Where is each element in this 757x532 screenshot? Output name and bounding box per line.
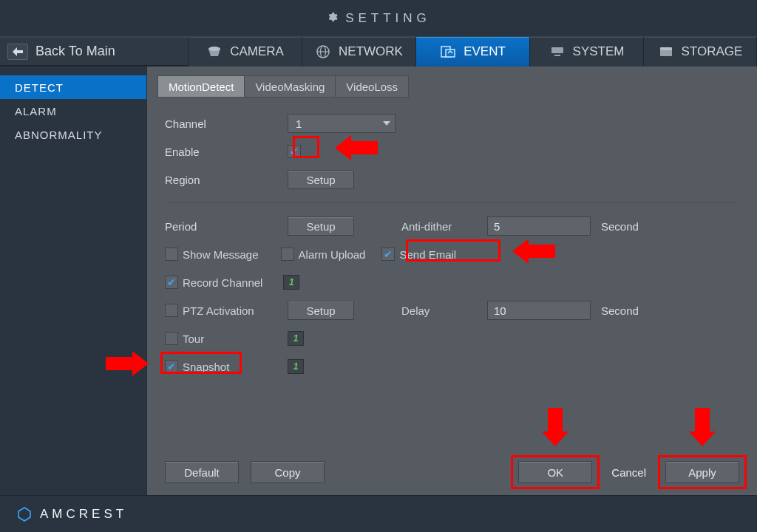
send-email-label: Send Email [399, 248, 456, 261]
back-arrow-icon [7, 44, 28, 60]
anti-dither-input[interactable]: 5 [487, 216, 591, 236]
annotation-arrow-icon [512, 245, 555, 258]
main-panel: MotionDetect VideoMasking VideoLoss Chan… [146, 66, 757, 495]
snapshot-label: Snapshot [183, 361, 229, 373]
storage-icon [658, 45, 674, 58]
tour-label: Tour [183, 332, 204, 345]
footer-buttons: Default Copy OK Cancel Apply [165, 461, 739, 483]
second-label: Second [601, 220, 639, 233]
brand-logo-icon [16, 506, 33, 522]
show-message-label: Show Message [183, 248, 259, 261]
svg-point-0 [208, 47, 220, 51]
brand-footer: AMCREST [0, 495, 757, 532]
anti-dither-label: Anti-dither [401, 220, 483, 233]
brand-name: AMCREST [40, 507, 127, 522]
nav-tab-network[interactable]: NETWORK [302, 37, 415, 66]
enable-checkbox[interactable] [288, 145, 301, 158]
form-area: Channel 1 Enable Region Setup Period [157, 111, 747, 379]
ptz-setup-button[interactable]: Setup [288, 301, 354, 320]
show-message-checkbox[interactable] [165, 248, 178, 261]
annotation-arrow-icon [695, 408, 710, 432]
nav-tabs: CAMERA NETWORK EVENT SYSTEM STORAGE [188, 37, 757, 66]
record-channel-1-button[interactable]: 1 [283, 275, 299, 290]
delay-input[interactable]: 10 [487, 301, 591, 320]
ok-button[interactable]: OK [518, 461, 592, 483]
ptz-activation-checkbox[interactable] [165, 304, 178, 317]
subtab-motion-detect[interactable]: MotionDetect [157, 75, 244, 98]
nav-tab-label: EVENT [464, 44, 506, 59]
system-icon [549, 45, 566, 58]
subtabs: MotionDetect VideoMasking VideoLoss [157, 75, 747, 98]
nav-tab-event[interactable]: EVENT [415, 37, 529, 66]
sidebar-item-detect[interactable]: DETECT [0, 75, 146, 99]
back-to-main-button[interactable]: Back To Main [0, 37, 129, 66]
svg-rect-9 [660, 47, 672, 50]
nav-tab-label: CAMERA [230, 44, 284, 59]
alarm-upload-checkbox[interactable] [281, 248, 294, 261]
subtab-video-masking[interactable]: VideoMasking [244, 75, 335, 98]
sidebar-item-abnormality[interactable]: ABNORMALITY [0, 123, 146, 146]
annotation-arrow-icon [335, 141, 378, 154]
default-button[interactable]: Default [165, 461, 239, 483]
ptz-activation-label: PTZ Activation [183, 304, 254, 317]
annotation-arrow-icon [548, 408, 563, 432]
region-setup-button[interactable]: Setup [288, 170, 354, 189]
snapshot-1-button[interactable]: 1 [288, 359, 304, 374]
tour-1-button[interactable]: 1 [288, 331, 304, 346]
second-label: Second [601, 304, 639, 317]
apply-button[interactable]: Apply [665, 461, 739, 483]
nav-tab-system[interactable]: SYSTEM [529, 37, 643, 66]
channel-value: 1 [296, 117, 302, 130]
period-label: Period [165, 220, 283, 233]
divider [165, 202, 739, 203]
chevron-down-icon [383, 121, 390, 126]
globe-icon [315, 45, 331, 58]
camera-icon [206, 45, 223, 58]
nav-tab-camera[interactable]: CAMERA [188, 37, 302, 66]
channel-select[interactable]: 1 [288, 114, 396, 133]
svg-rect-7 [554, 55, 560, 56]
cancel-button[interactable]: Cancel [604, 466, 654, 479]
copy-button[interactable]: Copy [251, 461, 325, 483]
snapshot-checkbox[interactable] [165, 360, 178, 373]
svg-rect-6 [551, 47, 563, 53]
region-label: Region [165, 174, 283, 186]
nav-tab-storage[interactable]: STORAGE [643, 37, 757, 66]
subtab-video-loss[interactable]: VideoLoss [335, 75, 409, 98]
sidebar-item-alarm[interactable]: ALARM [0, 99, 146, 123]
delay-label: Delay [401, 304, 483, 317]
body: DETECT ALARM ABNORMALITY MotionDetect Vi… [0, 66, 757, 495]
sidebar: DETECT ALARM ABNORMALITY [0, 66, 146, 495]
record-channel-label: Record Channel [183, 276, 262, 289]
send-email-checkbox[interactable] [381, 248, 395, 261]
alarm-upload-label: Alarm Upload [299, 248, 366, 261]
app-header: SETTING [0, 0, 757, 37]
gear-icon [326, 11, 338, 26]
app-title: SETTING [345, 11, 431, 26]
back-label: Back To Main [35, 44, 115, 59]
record-channel-checkbox[interactable] [165, 276, 178, 289]
nav-tab-label: STORAGE [682, 44, 743, 59]
navbar: Back To Main CAMERA NETWORK EVENT SYSTEM [0, 37, 757, 66]
nav-tab-label: SYSTEM [573, 44, 625, 59]
channel-label: Channel [165, 117, 283, 130]
nav-tab-label: NETWORK [339, 44, 403, 59]
tour-checkbox[interactable] [165, 332, 178, 345]
event-icon [440, 45, 456, 58]
period-setup-button[interactable]: Setup [288, 216, 354, 236]
enable-label: Enable [165, 146, 283, 158]
